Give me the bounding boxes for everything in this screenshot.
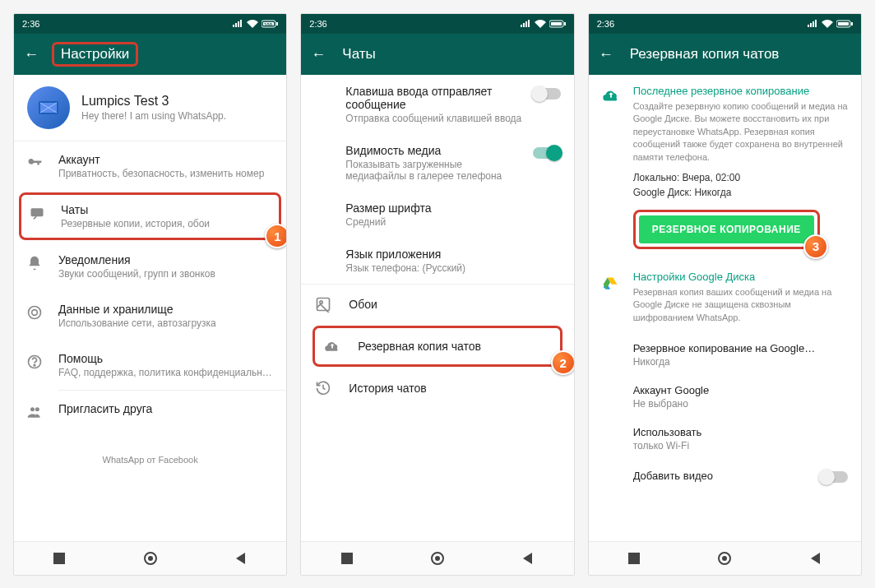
settings-item-invite[interactable]: Пригласить друга <box>14 391 286 432</box>
nav-bar <box>14 541 286 575</box>
last-backup-heading: Последнее резервное копирование <box>633 85 848 97</box>
svg-point-8 <box>32 310 38 316</box>
svg-rect-18 <box>564 22 566 25</box>
svg-rect-26 <box>851 22 853 25</box>
toggle-include-video[interactable] <box>820 471 848 483</box>
screen-settings: 2:36 100 ← Настройки Lumpics Test 3 Hey … <box>13 13 287 576</box>
data-icon <box>25 303 44 321</box>
chats-item-history[interactable]: История чатов <box>301 368 573 408</box>
footer-text: WhatsApp от Facebook <box>14 432 286 473</box>
status-time: 2:36 <box>597 19 614 29</box>
last-backup-desc: Создайте резервную копию сообщений и мед… <box>633 100 848 164</box>
page-title: Чаты <box>342 46 375 63</box>
nav-home-icon[interactable] <box>430 551 445 566</box>
nav-recent-icon[interactable] <box>627 551 641 566</box>
step-badge-3: 3 <box>803 234 828 259</box>
key-icon <box>25 153 44 171</box>
invite-icon <box>25 402 44 420</box>
svg-text:100: 100 <box>264 22 273 27</box>
status-icons <box>520 20 566 28</box>
nav-home-icon[interactable] <box>143 551 158 566</box>
settings-item-chats[interactable]: Чаты Резервные копии, история, обои <box>19 192 281 240</box>
svg-point-7 <box>29 307 41 319</box>
app-bar: ← Настройки <box>14 34 286 75</box>
gdrive-account[interactable]: Аккаунт Google Не выбрано <box>589 376 861 418</box>
backup-gdrive: Google Диск: Никогда <box>633 187 848 198</box>
profile-row[interactable]: Lumpics Test 3 Hey there! I am using Wha… <box>14 75 286 141</box>
svg-rect-27 <box>628 553 640 564</box>
toggle-media-visibility[interactable] <box>533 147 561 159</box>
svg-rect-21 <box>341 553 353 564</box>
svg-point-29 <box>722 556 727 561</box>
gdrive-desc: Резервная копия ваших сообщений и медиа … <box>633 286 848 324</box>
svg-rect-25 <box>838 22 849 25</box>
chat-icon <box>28 203 46 221</box>
status-bar: 2:36 100 <box>14 14 286 34</box>
gdrive-icon <box>602 275 618 295</box>
gdrive-heading: Настройки Google Диска <box>633 271 848 283</box>
page-title: Настройки <box>52 42 138 67</box>
cloud-icon <box>602 86 620 108</box>
step-badge-2: 2 <box>551 350 574 375</box>
nav-back-icon[interactable] <box>521 551 535 566</box>
bell-icon <box>25 253 44 271</box>
svg-rect-19 <box>317 299 330 311</box>
step-badge-1: 1 <box>265 224 286 248</box>
chats-item-wallpaper[interactable]: Обои <box>301 285 573 324</box>
back-icon[interactable]: ← <box>599 46 613 63</box>
svg-point-20 <box>320 301 322 303</box>
avatar <box>27 86 70 129</box>
back-icon[interactable]: ← <box>24 46 39 63</box>
last-backup-section: Последнее резервное копирование Создайте… <box>589 75 861 264</box>
toggle-enter-sends[interactable] <box>533 88 561 100</box>
cloud-upload-icon <box>323 338 341 354</box>
nav-back-icon[interactable] <box>234 551 248 566</box>
nav-bar <box>301 541 573 575</box>
gdrive-backup-frequency[interactable]: Резервное копирование на Google… Никогда <box>589 334 861 376</box>
settings-item-account[interactable]: Аккаунт Приватность, безопасность, измен… <box>14 141 286 191</box>
status-bar: 2:36 <box>301 14 573 34</box>
profile-name: Lumpics Test 3 <box>81 94 226 109</box>
wallpaper-icon <box>314 296 332 313</box>
svg-rect-6 <box>31 208 44 216</box>
nav-home-icon[interactable] <box>717 551 732 566</box>
nav-recent-icon[interactable] <box>340 551 354 566</box>
nav-recent-icon[interactable] <box>52 551 67 566</box>
gdrive-include-video[interactable]: Добавить видео <box>589 460 861 491</box>
setting-app-language[interactable]: Язык приложения Язык телефона: (Русский) <box>301 238 573 284</box>
settings-item-help[interactable]: Помощь FAQ, поддержка, политика конфиден… <box>14 340 286 390</box>
gdrive-network[interactable]: Использовать только Wi-Fi <box>589 418 861 460</box>
settings-item-notifications[interactable]: Уведомления Звуки сообщений, групп и зво… <box>14 242 286 291</box>
help-icon <box>25 352 44 370</box>
svg-rect-13 <box>53 553 65 564</box>
backup-local: Локально: Вчера, 02:00 <box>633 172 848 183</box>
svg-point-15 <box>148 556 153 561</box>
svg-point-11 <box>30 407 35 411</box>
screen-backup: 2:36 ← Резервная копия чатов Последнее р… <box>588 13 862 576</box>
status-bar: 2:36 <box>589 14 861 34</box>
app-bar: ← Чаты <box>301 34 573 75</box>
status-icons: 100 <box>232 20 278 28</box>
svg-point-12 <box>35 407 39 411</box>
back-icon[interactable]: ← <box>311 46 326 63</box>
settings-item-data[interactable]: Данные и хранилище Использование сети, а… <box>14 291 286 340</box>
nav-back-icon[interactable] <box>808 551 823 566</box>
setting-font-size[interactable]: Размер шрифта Средний <box>301 192 573 238</box>
gdrive-settings-section: Настройки Google Диска Резервная копия в… <box>589 264 861 334</box>
setting-media-visibility[interactable]: Видимость медиа Показывать загруженные м… <box>301 134 573 192</box>
svg-rect-17 <box>551 22 562 25</box>
profile-status: Hey there! I am using WhatsApp. <box>81 110 226 122</box>
app-bar: ← Резервная копия чатов <box>589 34 861 75</box>
backup-button[interactable]: РЕЗЕРВНОЕ КОПИРОВАНИЕ <box>639 215 814 243</box>
status-time: 2:36 <box>309 19 326 29</box>
page-title: Резервная копия чатов <box>630 46 780 63</box>
setting-enter-sends[interactable]: Клавиша ввода отправляет сообщение Отпра… <box>301 75 573 134</box>
svg-rect-2 <box>276 22 278 25</box>
svg-point-23 <box>435 556 440 561</box>
status-time: 2:36 <box>22 19 39 29</box>
history-icon <box>314 380 332 396</box>
chats-item-backup[interactable]: Резервная копия чатов <box>312 326 562 367</box>
screen-chats: 2:36 ← Чаты Клавиша ввода отправляет соо… <box>300 13 574 576</box>
nav-bar <box>589 541 861 575</box>
status-icons <box>807 20 853 28</box>
